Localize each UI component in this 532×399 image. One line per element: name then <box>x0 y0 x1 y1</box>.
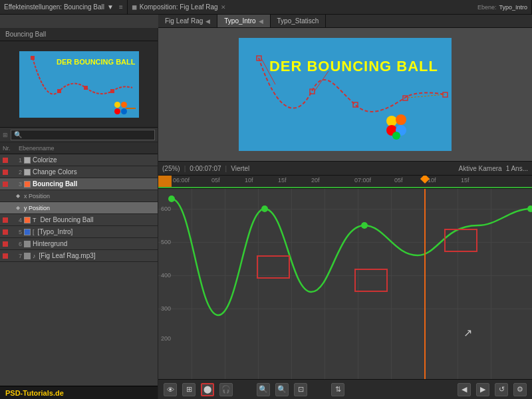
graph-zoom-out-btn[interactable]: 🔍 <box>275 383 289 396</box>
property-icon: ◆ <box>16 205 20 211</box>
svg-point-17 <box>168 196 175 202</box>
layer-row[interactable]: 4 T Der Bouncing Ball <box>0 214 158 226</box>
layer-visibility-dot <box>3 170 8 175</box>
comp-title-label: Komposition: Fig Leaf Rag <box>140 3 218 11</box>
ball-path-svg <box>239 38 452 151</box>
comp-close-icon[interactable]: ✕ <box>221 4 226 11</box>
layer-color <box>24 253 31 259</box>
timeline-ruler: 06:00f 05f 10f 15f 20f 07:00f 05f 10f 15… <box>158 176 532 189</box>
comp-panel-title: ◼ Komposition: Fig Leaf Rag ✕ Ebene: Typ… <box>128 0 532 14</box>
tab-label: Typo_Intro <box>224 17 255 25</box>
graph-keyframe-btn[interactable]: ⬤ <box>201 383 214 396</box>
layer-row[interactable]: 1 Colorize <box>0 154 158 166</box>
graph-visibility-btn[interactable]: 👁 <box>164 383 177 396</box>
tab-typo-intro[interactable]: Typo_Intro ◀ <box>217 15 270 27</box>
property-icon: ◆ <box>16 193 20 199</box>
graph-fit-btn[interactable]: ⊡ <box>294 383 307 396</box>
svg-rect-8 <box>443 92 448 97</box>
effects-title-label: Effekteinstellungen: Bouncing Ball <box>4 3 104 11</box>
svg-rect-0 <box>31 56 35 60</box>
layer-row[interactable]: 6 Hintergrund <box>0 238 158 250</box>
layer-visibility-dot <box>3 229 8 235</box>
col-nr-label: Nr. <box>3 145 16 152</box>
comp-resolution-label: Viertel <box>231 165 249 172</box>
comp-view: Aktive Kamera <box>459 165 502 172</box>
layers-icon: ⊞ <box>3 132 8 138</box>
graph-zoom-in-btn[interactable]: 🔍 <box>257 383 270 396</box>
ruler-label: 15f <box>278 177 287 184</box>
layer-row-property[interactable]: ◆ x Position <box>0 190 158 202</box>
tab-typo-statisch[interactable]: Typo_Statisch <box>271 15 327 27</box>
layer-name-label: Change Colors <box>33 168 155 176</box>
col-name-label: Ebenenname <box>19 145 155 152</box>
svg-line-9 <box>261 59 275 84</box>
layer-color <box>24 241 31 247</box>
layer-visibility-dot <box>3 158 8 163</box>
svg-point-12 <box>386 116 397 126</box>
layer-number: 1 <box>11 157 22 164</box>
property-name-label: y Position <box>24 205 155 211</box>
svg-point-18 <box>261 205 268 212</box>
effects-dropdown-icon[interactable]: ▼ <box>107 3 114 11</box>
layer-precomp-icon: [ <box>33 229 35 235</box>
playhead-orange <box>424 189 426 379</box>
layer-row[interactable]: 7 ♪ [Fig Leaf Rag.mp3] <box>0 250 158 262</box>
graph-snap-btn[interactable]: ⊞ <box>182 383 196 396</box>
ball-svg <box>385 114 415 141</box>
svg-point-13 <box>396 114 406 125</box>
layer-name: Typo_Intro <box>499 4 527 11</box>
layer-row[interactable]: 3 Bouncing Ball <box>0 178 158 190</box>
layer-number: 3 <box>11 181 22 188</box>
comp-views: 1 Ans... <box>506 165 528 172</box>
graph-options-btn[interactable]: ⚙ <box>513 383 527 396</box>
graph-headphone-btn[interactable]: 🎧 <box>219 383 233 396</box>
layer-row[interactable]: 2 Change Colors <box>0 166 158 178</box>
layer-row-property[interactable]: ◆ y Position <box>0 202 158 214</box>
audio-icon: ♪ <box>33 253 36 259</box>
ruler-label: 15f <box>461 177 469 184</box>
graph-loop-btn[interactable]: ↺ <box>495 383 508 396</box>
layer-name-label: Der Bouncing Ball <box>41 216 156 223</box>
graph-next-btn[interactable]: ▶ <box>476 383 489 396</box>
layer-visibility-dot <box>3 253 8 259</box>
layers-header: Nr. Ebenenname <box>0 142 158 154</box>
layer-number: 2 <box>11 169 22 176</box>
layer-row[interactable]: 5 [ [Typo_Intro] <box>0 226 158 238</box>
timeline-bottom-toolbar: 👁 ⊞ ⬤ 🎧 🔍 🔍 ⊡ ⇅ ◀ ▶ ↺ ⚙ <box>158 379 532 399</box>
ruler-label: 10f <box>245 177 253 184</box>
graph-transform-btn[interactable]: ⇅ <box>331 383 344 396</box>
layer-number: 4 <box>11 217 22 223</box>
svg-rect-1 <box>57 89 61 93</box>
effects-panel-title: Effekteinstellungen: Bouncing Ball ▼ ≡ <box>0 0 128 14</box>
brand-text: PSD-Tutorials.de <box>5 389 64 397</box>
bouncing-ball-title: Bouncing Ball <box>5 31 46 38</box>
property-name-label: x Position <box>24 193 155 200</box>
graph-area: 600 500 400 300 200 <box>158 189 532 379</box>
layer-visibility-dot <box>3 217 8 223</box>
tab-close-icon[interactable]: ◀ <box>205 18 210 25</box>
comp-canvas: DER BOUNCING BALL <box>239 38 452 151</box>
comp-controls-bar: (25%) | 0:00:07:07 | Viertel Aktive Kame… <box>158 161 532 176</box>
layer-name-label: Colorize <box>33 156 155 164</box>
panel-menu-icon[interactable]: ≡ <box>119 3 123 11</box>
ruler-label: 05f <box>211 177 220 184</box>
layer-color <box>24 229 31 235</box>
tab-close-icon[interactable]: ◀ <box>259 18 263 25</box>
layer-color <box>24 217 31 223</box>
graph-prev-btn[interactable]: ◀ <box>458 383 471 396</box>
svg-point-16 <box>392 132 400 140</box>
separator: | <box>225 165 227 172</box>
layer-name-label: Hintergrund <box>33 240 155 247</box>
tab-fig-leaf-rag[interactable]: Fig Leaf Rag ◀ <box>158 15 217 27</box>
comp-time: 0:00:07:07 <box>190 165 221 172</box>
svg-rect-2 <box>84 86 88 90</box>
graph-curve-svg <box>158 189 532 379</box>
search-input[interactable] <box>11 130 155 140</box>
zoom-level: (25%) <box>162 165 180 172</box>
layer-color <box>24 181 31 188</box>
layer-number: 5 <box>11 229 22 235</box>
layer-visibility-dot <box>3 241 8 247</box>
green-bar <box>158 187 532 188</box>
left-preview-area: DER BOUNCING BALL <box>0 41 158 128</box>
brand-bar: PSD-Tutorials.de <box>0 386 158 399</box>
